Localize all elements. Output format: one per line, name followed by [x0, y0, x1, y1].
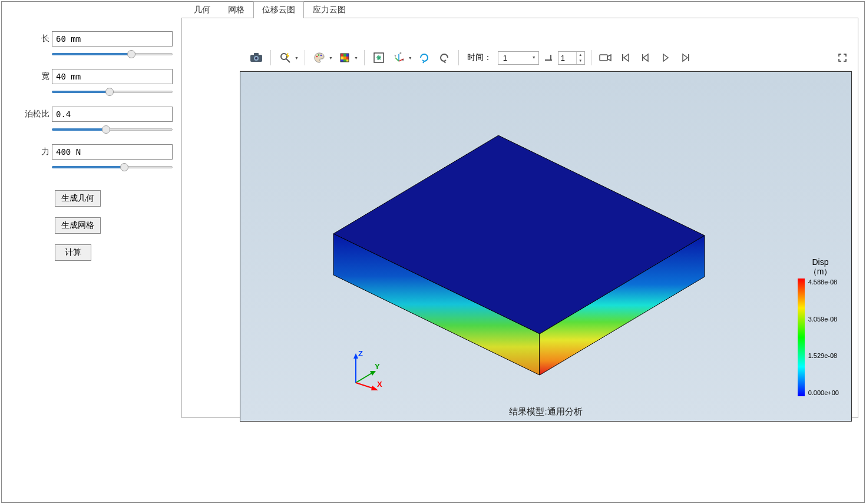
viewer-toolbar: ▼ ▼ ▼	[240, 45, 852, 71]
axis-x-label: X	[377, 380, 382, 389]
svg-rect-30	[642, 54, 643, 61]
poisson-input[interactable]	[52, 107, 173, 122]
content-frame: ▼ ▼ ▼	[181, 18, 858, 418]
svg-text:Y: Y	[394, 54, 396, 58]
legend-title-1: Disp	[795, 257, 845, 267]
screenshot-icon[interactable]	[248, 49, 265, 66]
svg-rect-17	[346, 59, 349, 62]
length-slider[interactable]	[52, 49, 173, 59]
svg-line-22	[395, 58, 399, 61]
tab-stress[interactable]: 应力云图	[304, 1, 355, 18]
legend-ticks: 4.588e-08 3.059e-08 1.529e-08 0.000e+00	[808, 278, 839, 396]
rotate-cw-icon[interactable]	[416, 49, 432, 66]
axes-xyz-icon[interactable]: ZYX	[391, 49, 407, 66]
param-row-width: 宽	[11, 69, 173, 84]
svg-rect-14	[346, 57, 349, 59]
generate-mesh-button[interactable]: 生成网格	[55, 217, 101, 234]
poisson-slider[interactable]	[52, 124, 173, 135]
legend-title-2: （m）	[795, 267, 845, 277]
param-label: 宽	[11, 71, 52, 82]
svg-line-37	[356, 372, 373, 383]
length-input[interactable]	[52, 31, 173, 47]
param-label: 力	[11, 147, 52, 157]
svg-point-3	[255, 57, 257, 59]
legend-tick: 4.588e-08	[808, 278, 839, 286]
expand-icon[interactable]	[834, 49, 851, 66]
svg-point-7	[318, 54, 320, 56]
param-row-poisson: 泊松比	[11, 107, 173, 122]
zoom-dropdown-arrow-icon[interactable]: ▼	[295, 56, 299, 60]
svg-rect-29	[622, 54, 623, 61]
svg-point-4	[281, 54, 287, 59]
svg-rect-27	[550, 55, 551, 61]
svg-point-6	[316, 56, 318, 58]
viewport-3d[interactable]: Z Y X Disp （m）	[240, 71, 852, 422]
palette-icon[interactable]	[311, 49, 328, 66]
slider-row-length	[52, 49, 173, 59]
sidebar: 长 宽 泊松比	[2, 2, 181, 502]
axis-y-label: Y	[375, 362, 380, 371]
skip-first-icon[interactable]	[617, 49, 634, 66]
svg-rect-9	[341, 54, 343, 57]
color-legend: Disp （m） 4.588e-08 3.059e-08 1.529e-08 0…	[795, 257, 845, 396]
svg-rect-31	[688, 54, 689, 61]
svg-rect-12	[341, 57, 343, 59]
generate-geometry-button[interactable]: 生成几何	[55, 190, 101, 207]
time-dropdown[interactable]: 1	[498, 51, 539, 65]
svg-rect-15	[341, 59, 343, 62]
rubik-cube-icon[interactable]	[336, 49, 353, 66]
step-back-icon[interactable]	[637, 49, 654, 66]
video-camera-icon[interactable]	[597, 49, 614, 66]
svg-text:X: X	[402, 58, 404, 62]
app-window: 长 宽 泊松比	[1, 1, 865, 503]
main-area: 几何 网格 位移云图 应力云图 ▼	[181, 2, 864, 502]
viewport-footer-label: 结果模型:通用分析	[240, 406, 851, 417]
axis-z-label: Z	[358, 350, 363, 358]
time-end-icon[interactable]	[543, 49, 554, 66]
svg-line-5	[286, 59, 290, 62]
slider-row-force	[52, 162, 173, 173]
force-slider[interactable]	[52, 162, 173, 173]
svg-rect-28	[600, 55, 607, 61]
width-slider[interactable]	[52, 87, 173, 97]
time-label: 时间：	[465, 52, 494, 63]
legend-tick: 0.000e+00	[808, 389, 839, 396]
svg-rect-16	[343, 59, 346, 62]
svg-rect-10	[343, 54, 346, 57]
svg-rect-13	[343, 57, 346, 59]
action-buttons: 生成几何 生成网格 计算	[55, 190, 173, 261]
tab-displacement[interactable]: 位移云图	[253, 1, 304, 18]
param-label: 泊松比	[11, 109, 52, 120]
legend-tick: 1.529e-08	[808, 352, 839, 359]
spinner-down-icon[interactable]: ▼	[577, 58, 584, 64]
palette-dropdown-arrow-icon[interactable]: ▼	[329, 56, 333, 60]
zoom-lightning-icon[interactable]	[277, 49, 293, 66]
svg-text:Z: Z	[399, 52, 402, 55]
svg-point-8	[320, 55, 322, 57]
param-label: 长	[11, 34, 52, 44]
slider-row-poisson	[52, 124, 173, 135]
slider-row-width	[52, 87, 173, 97]
cube-dropdown-arrow-icon[interactable]: ▼	[354, 56, 358, 60]
tab-geometry[interactable]: 几何	[185, 1, 219, 18]
svg-rect-1	[254, 53, 259, 55]
time-spinner-input[interactable]	[558, 52, 576, 64]
tab-mesh[interactable]: 网格	[219, 1, 253, 18]
axes-triad: Z Y X	[345, 350, 386, 392]
step-forward-icon[interactable]	[677, 49, 694, 66]
param-row-length: 长	[11, 31, 173, 47]
force-input[interactable]	[52, 144, 173, 160]
axes-dropdown-arrow-icon[interactable]: ▼	[408, 56, 412, 60]
svg-rect-11	[346, 54, 349, 57]
param-row-force: 力	[11, 144, 173, 160]
play-icon[interactable]	[657, 49, 674, 66]
tabs: 几何 网格 位移云图 应力云图	[181, 2, 864, 18]
fit-view-icon[interactable]	[371, 49, 387, 66]
svg-marker-36	[353, 353, 358, 359]
width-input[interactable]	[52, 69, 173, 84]
time-spinner[interactable]: ▲ ▼	[558, 51, 585, 65]
spinner-up-icon[interactable]: ▲	[577, 52, 584, 58]
rotate-ccw-icon[interactable]	[436, 49, 452, 66]
model-block	[323, 131, 706, 378]
compute-button[interactable]: 计算	[55, 244, 91, 261]
